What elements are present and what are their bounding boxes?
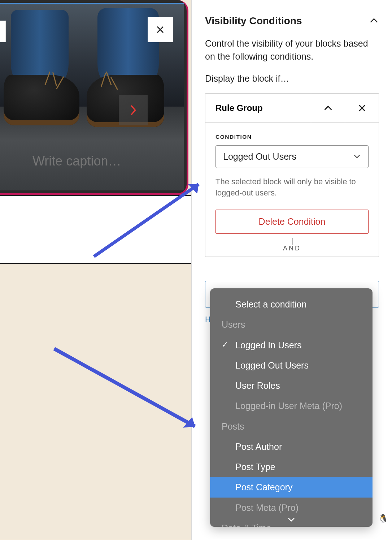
remove-image-button[interactable] (148, 17, 173, 42)
dropdown-scroll-indicator (210, 515, 373, 525)
bottom-border (0, 540, 392, 542)
editor-canvas (0, 0, 191, 542)
dropdown-option[interactable]: User Roles (210, 375, 373, 396)
dropdown-placeholder[interactable]: Select a condition (210, 294, 373, 314)
rule-group: Rule Group CONDITION Logged Out Users Th… (205, 93, 379, 257)
condition-label: CONDITION (215, 134, 369, 140)
dropdown-option: Logged-in User Meta (Pro) (210, 396, 373, 416)
image-preview (0, 3, 184, 190)
panel-title: Visibility Conditions (205, 15, 302, 27)
svg-line-0 (94, 184, 199, 257)
selected-image-block[interactable] (0, 0, 188, 195)
panel-prompt: Display the block if… (205, 73, 379, 84)
block-handle[interactable] (0, 21, 6, 42)
dropdown-option[interactable]: Logged Out Users (210, 355, 373, 375)
condition-hint: The selected block will only be visible … (215, 176, 369, 199)
mascot-icon: 🐧 (377, 512, 389, 525)
slider-next-button[interactable] (119, 95, 148, 125)
caption-input[interactable] (32, 154, 184, 169)
condition-dropdown[interactable]: Select a conditionUsersLogged In UsersLo… (210, 288, 373, 527)
dropdown-option[interactable]: Logged In Users (210, 335, 373, 355)
dropdown-group-label: Posts (210, 416, 373, 436)
close-icon (357, 103, 367, 113)
dropdown-option[interactable]: Post Type (210, 457, 373, 477)
and-separator: AND (215, 245, 369, 252)
and-label: AND (283, 245, 301, 252)
svg-line-2 (54, 349, 195, 426)
delete-condition-button[interactable]: Delete Condition (215, 210, 369, 234)
collapse-rule-group-button[interactable] (311, 94, 345, 122)
dropdown-option[interactable]: Post Category (210, 477, 373, 497)
chevron-up-icon (323, 103, 333, 113)
delete-rule-group-button[interactable] (345, 94, 379, 122)
dropdown-option[interactable]: Post Author (210, 436, 373, 457)
chevron-down-icon (353, 152, 361, 160)
condition-select[interactable]: Logged Out Users (215, 145, 369, 168)
annotation-arrow (90, 177, 209, 260)
collapse-panel-button[interactable] (369, 16, 379, 27)
chevron-up-icon (369, 16, 379, 26)
dropdown-group-label: Users (210, 314, 373, 335)
panel-header[interactable]: Visibility Conditions (192, 0, 392, 37)
panel-description: Control the visibility of your blocks ba… (205, 37, 379, 63)
condition-select-value: Logged Out Users (223, 151, 296, 162)
dropdown-option: Post Meta (Pro) (210, 498, 373, 518)
rule-group-title: Rule Group (205, 94, 311, 122)
annotation-arrow (51, 345, 206, 435)
chevron-right-icon (129, 104, 137, 117)
close-icon (155, 25, 165, 35)
